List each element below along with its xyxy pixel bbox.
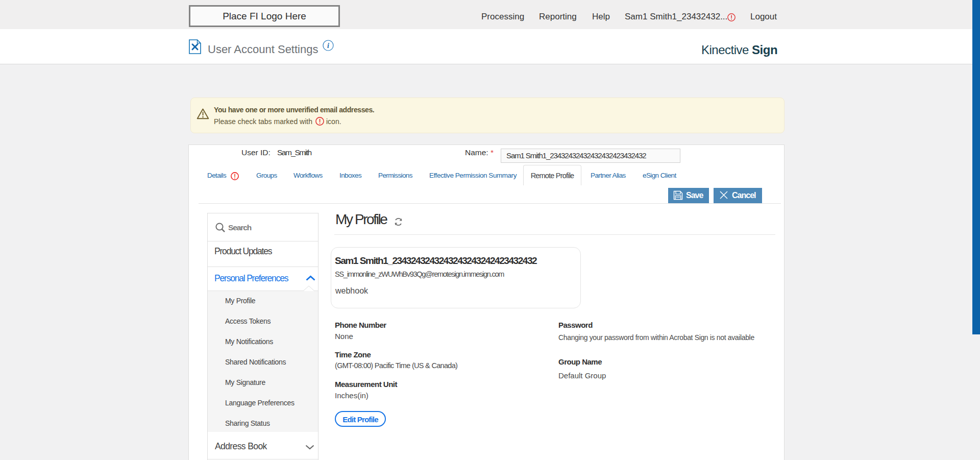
svg-text:i: i [327, 42, 329, 50]
